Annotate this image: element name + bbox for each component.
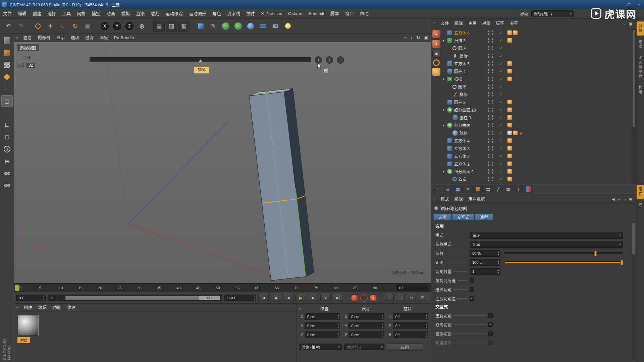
om-menu-edit[interactable]: 编辑 <box>452 19 466 28</box>
render-settings-icon[interactable] <box>178 20 190 32</box>
spline-pen-icon[interactable] <box>208 20 219 32</box>
menu-mograph[interactable]: 运动图形 <box>186 9 209 19</box>
generator-icon[interactable] <box>220 20 231 32</box>
om-menu-tags[interactable]: 标签 <box>493 19 507 28</box>
enabled-check-icon[interactable] <box>499 162 502 166</box>
repeat-cut-checkbox[interactable] <box>488 313 493 318</box>
material-menu-function[interactable]: 功能 <box>50 304 64 312</box>
object-name[interactable]: 立方体.6 <box>454 30 470 36</box>
tag-icons[interactable] <box>507 30 518 35</box>
tab-structure[interactable]: 构造 <box>637 83 644 97</box>
enabled-check-icon[interactable] <box>499 69 502 74</box>
distance-field[interactable]: 100 cm <box>470 259 500 266</box>
next-frame-button[interactable] <box>308 294 318 302</box>
render-view-icon[interactable] <box>153 20 165 32</box>
tab-objects[interactable]: 对象 <box>637 21 644 36</box>
om-menu-file[interactable]: 文件 <box>438 19 452 28</box>
slider-handle[interactable] <box>594 251 597 256</box>
world-coords-icon[interactable] <box>433 185 442 193</box>
enabled-check-icon[interactable] <box>499 146 502 151</box>
viewport-slider[interactable] <box>90 57 311 62</box>
om-menu-view[interactable]: 查看 <box>466 19 479 28</box>
polygons-mode-icon[interactable] <box>1 107 13 119</box>
expand-icon[interactable] <box>443 77 447 81</box>
coords-size-mode-select[interactable]: 绝对尺寸 <box>344 344 384 350</box>
previous-key-button[interactable] <box>271 294 281 302</box>
menu-animate[interactable]: 动画 <box>103 9 118 19</box>
grid-snap-icon[interactable] <box>453 185 463 193</box>
distance-slider[interactable] <box>504 261 623 263</box>
last-tool-icon[interactable] <box>82 20 93 32</box>
render-dots[interactable] <box>492 31 493 35</box>
material-name-label[interactable]: 材质 <box>17 337 30 343</box>
record-button[interactable] <box>351 294 358 302</box>
enabled-check-icon[interactable] <box>499 138 502 143</box>
object-name[interactable]: 圆柱.4 <box>454 68 466 74</box>
enabled-check-icon[interactable] <box>499 115 502 120</box>
tab-modeling[interactable]: 造型 <box>475 214 493 221</box>
interface-select[interactable]: 启动 (用户) <box>531 10 574 17</box>
object-row[interactable]: 扫描.3 <box>441 37 628 44</box>
mirror-cut-checkbox[interactable] <box>488 331 493 336</box>
apply-button[interactable]: 应用 <box>387 343 423 351</box>
size-y-field[interactable]: 0 cm <box>348 322 384 329</box>
object-row[interactable]: 立方体.1 <box>441 160 628 168</box>
slider-increase-button[interactable] <box>326 56 333 64</box>
scale-tool-icon[interactable] <box>55 18 71 34</box>
object-name[interactable]: 圆环 <box>458 45 466 51</box>
options-section-header[interactable]: 选项 <box>435 223 623 231</box>
enabled-check-icon[interactable] <box>499 108 502 112</box>
timeline-tick[interactable]: 70 <box>294 284 314 292</box>
workplane-mode-icon[interactable] <box>1 71 13 82</box>
cut-count-field[interactable]: 1 <box>470 268 500 275</box>
menu-redshift[interactable]: Redshift <box>305 9 327 19</box>
select-cut-checkbox[interactable] <box>470 287 474 292</box>
object-name[interactable]: 立方体.2 <box>454 153 470 159</box>
tab-content-browser[interactable]: 内容浏览器 <box>637 54 644 81</box>
range-bar[interactable] <box>65 296 220 300</box>
offset-mode-select[interactable]: 比率 <box>470 241 623 248</box>
timeline-tick[interactable]: 25 <box>118 284 138 292</box>
connect-cut-edges-checkbox[interactable] <box>470 296 474 301</box>
y-axis-lock-icon[interactable] <box>111 20 123 32</box>
enabled-check-icon[interactable] <box>499 92 502 97</box>
menu-plugins[interactable]: 插件 <box>243 9 258 19</box>
workplane-icon[interactable] <box>1 168 13 179</box>
undo-icon[interactable] <box>3 20 14 32</box>
loop-playback-button[interactable] <box>320 294 331 302</box>
enabled-check-icon[interactable] <box>499 169 502 174</box>
object-name[interactable]: 扫描.3 <box>454 38 466 43</box>
object-name[interactable]: 圆柱.3 <box>460 115 471 120</box>
object-row[interactable]: 管道 <box>441 175 628 183</box>
spinner-icon[interactable] <box>43 295 44 301</box>
enabled-check-icon[interactable] <box>499 123 502 128</box>
enabled-check-icon[interactable] <box>499 100 502 105</box>
material-menu-edit[interactable]: 编辑 <box>35 304 50 312</box>
film-icon[interactable] <box>484 185 493 193</box>
redo-icon[interactable] <box>15 20 26 32</box>
object-row[interactable]: 圆环 <box>441 83 628 90</box>
object-row[interactable]: 立方体.5 <box>441 60 628 67</box>
attr-menu-edit[interactable]: 编辑 <box>452 195 466 204</box>
tab-attributes[interactable]: 属性 <box>637 185 644 199</box>
object-name[interactable]: 圆柱.3 <box>454 99 466 105</box>
play-button[interactable] <box>296 294 306 302</box>
bidirectional-cut-checkbox[interactable] <box>488 322 493 327</box>
tab-options[interactable]: 选项 <box>433 214 451 221</box>
globe-icon[interactable] <box>443 185 452 193</box>
limit-to-selection-checkbox[interactable] <box>470 278 474 283</box>
primitive-cube-icon[interactable] <box>195 20 207 32</box>
record-scale-button[interactable] <box>396 294 405 302</box>
texture-mode-icon[interactable] <box>1 59 13 70</box>
move-tool-icon[interactable] <box>45 20 56 32</box>
timeline-tick[interactable]: 65 <box>275 284 294 292</box>
keyframe-help-button[interactable] <box>370 294 377 302</box>
visibility-dots[interactable] <box>488 31 489 35</box>
pan-view-icon[interactable] <box>404 35 407 40</box>
interactive-section-header[interactable]: 交互式 <box>435 303 623 311</box>
menu-simulate[interactable]: 模拟 <box>118 9 133 19</box>
menu-select[interactable]: 选择 <box>44 9 59 19</box>
render-to-picture-icon[interactable] <box>166 20 177 32</box>
menu-octane[interactable]: Octane <box>285 9 305 19</box>
object-name[interactable]: 管道 <box>459 176 467 182</box>
